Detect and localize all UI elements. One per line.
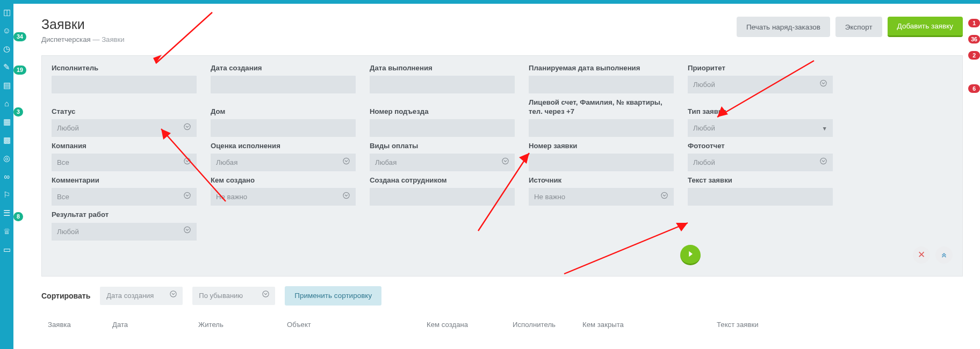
filter-source-select[interactable]: Не важно	[529, 188, 674, 206]
filter-request-no-label: Номер заявки	[529, 141, 674, 150]
page-title: Заявки	[41, 17, 125, 32]
filter-house-label: Дом	[211, 98, 356, 116]
breadcrumb-root[interactable]: Диспетчерская	[41, 35, 91, 43]
export-button[interactable]: Экспорт	[835, 17, 882, 37]
svg-point-4	[502, 158, 508, 164]
filter-account-label: Лицевой счет, Фамилия, № квартиры, тел. …	[529, 98, 674, 116]
chevron-down-icon	[169, 287, 177, 305]
filter-photo-select[interactable]: Любой	[688, 154, 833, 171]
chevron-right-icon	[686, 250, 695, 258]
filter-company-value: Все	[57, 158, 69, 166]
double-chevron-up-icon	[940, 251, 948, 259]
filter-created-label: Дата создания	[211, 63, 356, 72]
svg-point-8	[661, 192, 667, 198]
cup-icon[interactable]: ♕	[2, 226, 12, 237]
filter-source-label: Источник	[529, 176, 674, 185]
filter-photo-label: Фотоотчет	[688, 141, 833, 150]
filter-exec-rating-label: Оценка исполнения	[211, 141, 356, 150]
filter-comments-label: Комментарии	[52, 176, 197, 185]
chevron-down-icon	[183, 223, 191, 241]
chevron-down-icon	[183, 119, 191, 137]
filter-pay-types-label: Виды оплаты	[370, 141, 515, 150]
filter-comments-select[interactable]: Все	[52, 188, 197, 206]
apply-filters-button[interactable]	[680, 245, 701, 265]
chevron-down-icon	[819, 76, 827, 93]
breadcrumb-current: Заявки	[102, 35, 125, 43]
filter-work-result-select[interactable]: Любой	[52, 223, 197, 241]
flag-icon[interactable]: ⚐	[2, 190, 12, 200]
filter-account-input[interactable]	[529, 119, 674, 137]
collapse-filters-button[interactable]	[935, 246, 953, 264]
filter-status-label: Статус	[52, 98, 197, 116]
building-icon[interactable]: ▦	[2, 117, 12, 127]
link-icon[interactable]: ∞	[2, 171, 12, 182]
filter-house-input[interactable]	[211, 119, 356, 137]
table-header: Заявка Дата Житель Объект Кем создана Ис…	[41, 321, 963, 329]
clipboard-icon[interactable]: ☰	[2, 208, 12, 219]
filter-priority-label: Приоритет	[688, 63, 833, 72]
th-request: Заявка	[48, 321, 112, 329]
filter-created-by-staff-input[interactable]	[370, 188, 515, 206]
edit-icon[interactable]: ✎	[2, 62, 12, 72]
svg-point-1	[184, 123, 190, 129]
filter-created-by-role-value: Не важно	[216, 193, 247, 201]
th-object: Объект	[287, 321, 427, 329]
main-content: Заявки Диспетчерская — Заявки Печать нар…	[13, 4, 980, 329]
sort-direction-select[interactable]: По убыванию	[192, 287, 275, 305]
filter-request-text-label: Текст заявки	[688, 176, 833, 185]
calc-icon[interactable]: ▩	[2, 135, 12, 146]
filter-exec-rating-select[interactable]: Любая	[211, 154, 356, 171]
filter-source-value: Не важно	[534, 193, 565, 201]
filter-request-type-select[interactable]: Любой▼	[688, 119, 833, 137]
svg-point-11	[263, 291, 269, 297]
filter-planned-date-input[interactable]	[529, 76, 674, 93]
filter-created-input[interactable]	[211, 76, 356, 93]
schedule-icon[interactable]: ◷	[2, 43, 12, 54]
filter-executor-label: Исполнитель	[52, 63, 197, 72]
th-text: Текст заявки	[717, 321, 764, 329]
filter-exec-rating-value: Любая	[216, 158, 237, 166]
clear-filters-button[interactable]: ✕	[913, 246, 930, 264]
breadcrumb: Диспетчерская — Заявки	[41, 35, 125, 43]
filter-pay-types-value: Любая	[375, 158, 397, 166]
window-topbar	[0, 0, 980, 4]
filter-entrance-label: Номер подъезда	[370, 98, 515, 116]
filter-created-by-role-label: Кем создано	[211, 176, 356, 185]
filter-request-text-input[interactable]	[688, 188, 833, 206]
card-icon[interactable]: ▭	[2, 244, 12, 255]
filter-status-select[interactable]: Любой	[52, 119, 197, 137]
filter-created-by-staff-label: Создана сотрудником	[370, 176, 515, 185]
print-orders-button[interactable]: Печать наряд-заказов	[737, 17, 830, 37]
filter-executor-input[interactable]	[52, 76, 197, 93]
filter-priority-value: Любой	[693, 81, 715, 89]
caret-down-icon: ▼	[822, 119, 827, 137]
breadcrumb-sep: —	[91, 35, 102, 43]
filter-entrance-input[interactable]	[370, 119, 515, 137]
svg-point-2	[184, 158, 190, 164]
filter-company-select[interactable]: Все	[52, 154, 197, 171]
users-icon[interactable]: ☺	[2, 25, 12, 36]
basket-icon[interactable]: ⌂	[2, 98, 12, 109]
chevron-down-icon	[501, 154, 509, 171]
apply-sort-button[interactable]: Применить сортировку	[285, 286, 381, 306]
chevron-down-icon	[342, 154, 350, 171]
doc-icon[interactable]: ▤	[2, 80, 12, 91]
filter-comments-value: Все	[57, 193, 69, 201]
svg-point-6	[184, 192, 190, 198]
svg-point-7	[343, 192, 349, 198]
svg-point-9	[184, 227, 190, 233]
filter-work-result-label: Результат работ	[52, 210, 197, 219]
chevron-down-icon	[660, 188, 668, 206]
th-date: Дата	[112, 321, 198, 329]
add-request-button[interactable]: Добавить заявку	[888, 17, 963, 37]
filter-status-value: Любой	[57, 124, 79, 132]
left-sidebar: ◫ ☺ ◷ ✎ ▤ ⌂ ▦ ▩ ◎ ∞ ⚐ ☰ ♕ ▭	[0, 4, 13, 349]
globe-icon[interactable]: ◎	[2, 153, 12, 164]
filter-created-by-role-select[interactable]: Не важно	[211, 188, 356, 206]
filter-done-date-input[interactable]	[370, 76, 515, 93]
ticket-icon[interactable]: ◫	[2, 7, 12, 18]
sort-field-select[interactable]: Дата создания	[100, 287, 183, 305]
filter-request-no-input[interactable]	[529, 154, 674, 171]
filter-priority-select[interactable]: Любой	[688, 76, 833, 93]
filter-pay-types-select[interactable]: Любая	[370, 154, 515, 171]
